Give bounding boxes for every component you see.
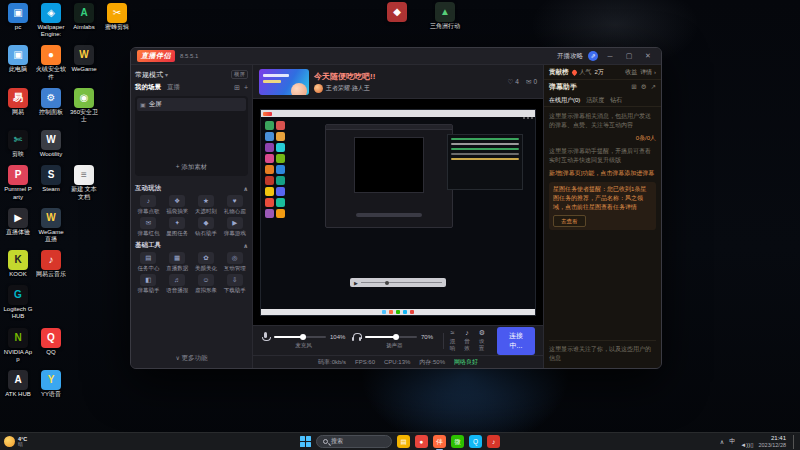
start-button[interactable] bbox=[300, 436, 311, 447]
tool-label: 星图任务 bbox=[164, 230, 191, 237]
tray-chevron-icon[interactable]: ∧ bbox=[720, 438, 724, 445]
tool-item[interactable]: ▶弹幕游戏 bbox=[221, 217, 248, 237]
view-task-button[interactable]: 去查看 bbox=[553, 215, 586, 227]
search-box[interactable]: 搜索 bbox=[316, 435, 392, 448]
taskbar-app-music[interactable]: ♪ bbox=[487, 435, 500, 448]
assistant-tab-2[interactable]: 钻石 bbox=[610, 96, 622, 105]
close-button[interactable]: ✕ bbox=[641, 52, 655, 60]
speaker-slider-knob[interactable] bbox=[393, 334, 399, 340]
microphone-icon[interactable] bbox=[261, 332, 270, 341]
desktop-icon-ghub[interactable]: GLogitech G HUB bbox=[3, 285, 33, 320]
promo-banner[interactable] bbox=[259, 69, 309, 95]
ime-indicator[interactable]: 中 bbox=[729, 437, 735, 446]
taskbar-app-live-companion[interactable]: 伴 bbox=[433, 435, 446, 448]
desktop-icon-kook[interactable]: KKOOK bbox=[3, 250, 33, 278]
scene-tab-0[interactable]: 我的场景 bbox=[135, 83, 161, 92]
desktop-icon-wootility[interactable]: WWootility bbox=[36, 130, 66, 158]
weather-widget[interactable]: ☀ 4°C 晴 bbox=[4, 436, 27, 448]
tool-item[interactable]: ✿美颜美化 bbox=[193, 252, 220, 272]
desktop-icon-wegame[interactable]: WWeGame bbox=[69, 45, 99, 80]
tool-item[interactable]: ◎互动管理 bbox=[221, 252, 248, 272]
tool-item[interactable]: ▦直播数据 bbox=[164, 252, 191, 272]
tool-item[interactable]: ✉弹幕红包 bbox=[135, 217, 162, 237]
taskbar-app-qq[interactable]: Q bbox=[469, 435, 482, 448]
add-material-button[interactable]: + 添加素材 bbox=[135, 163, 248, 172]
chevron-up-icon[interactable]: ∧ bbox=[243, 242, 248, 249]
detail-link[interactable]: 详情 › bbox=[640, 68, 656, 77]
grid-view-icon[interactable]: ⊞ bbox=[234, 84, 240, 92]
taskbar-app-browser[interactable]: ● bbox=[415, 435, 428, 448]
grid-icon[interactable]: ⊞ bbox=[631, 83, 636, 90]
mic-slider[interactable] bbox=[274, 336, 326, 338]
maximize-button[interactable]: ▢ bbox=[622, 52, 636, 60]
tool-item[interactable]: ⇩下载助手 bbox=[221, 274, 248, 294]
more-features-button[interactable]: ∨ 更多功能 bbox=[135, 352, 248, 365]
desktop-icon-huorong[interactable]: ●火绒安全软件 bbox=[36, 45, 66, 80]
volume-icon[interactable]: ◄)) bbox=[740, 442, 750, 448]
sound-effect-button[interactable]: ♪音效 bbox=[464, 329, 470, 352]
desktop-icon-netease[interactable]: 易网易 bbox=[3, 88, 33, 123]
desktop-icon-qq[interactable]: QQQ bbox=[36, 328, 66, 363]
share-icon[interactable]: ⇗ bbox=[588, 51, 598, 61]
settings-button[interactable]: ⚙设置 bbox=[479, 329, 485, 352]
assistant-tab-0[interactable]: 在线用户(0) bbox=[549, 96, 580, 105]
tool-item[interactable]: ✦星图任务 bbox=[164, 217, 191, 237]
tool-item[interactable]: ❖福袋抽奖 bbox=[164, 195, 191, 215]
desktop-icon-pummel-party[interactable]: PPummel Party bbox=[3, 165, 33, 200]
desktop-icon-bee-clip[interactable]: ✂蜜蜂剪辑 bbox=[102, 3, 132, 38]
tool-item[interactable]: ♥礼物心愿 bbox=[221, 195, 248, 215]
tool-item[interactable]: ◧弹幕助手 bbox=[135, 274, 162, 294]
tool-item[interactable]: ♪弹幕点歌 bbox=[135, 195, 162, 215]
tool-item[interactable]: ♬语音播报 bbox=[164, 274, 191, 294]
desktop-icon-aimlabs[interactable]: AAimlabs bbox=[69, 3, 99, 38]
chevron-down-icon: ∨ bbox=[175, 355, 179, 361]
desktop-icon-new-text-doc[interactable]: ≡新建 文本文档 bbox=[69, 165, 99, 200]
desktop-icon-live-trial[interactable]: ▶直播体验 bbox=[3, 208, 33, 243]
desktop-icon-control-panel[interactable]: ⚙控制面板 bbox=[36, 88, 66, 123]
guide-button[interactable]: 开播攻略 bbox=[557, 52, 583, 61]
chevron-up-icon[interactable]: ∧ bbox=[243, 185, 248, 192]
contribution-tab[interactable]: 贡献榜 bbox=[549, 68, 569, 77]
battery-icon[interactable]: ▯ bbox=[750, 442, 753, 448]
speaker-slider[interactable] bbox=[365, 336, 417, 338]
desktop-icon-wallpaper-engine[interactable]: ◈Wallpaper Engine: bbox=[36, 3, 66, 38]
desktop-icon-jianying[interactable]: ✄剪映 bbox=[3, 130, 33, 158]
tool-item[interactable]: ▤任务中心 bbox=[135, 252, 162, 272]
preview-canvas[interactable]: ▶ bbox=[253, 99, 543, 325]
desktop-icon-nvidia-app[interactable]: NNVIDIA App bbox=[3, 328, 33, 363]
desktop-icon-game-shortcut[interactable]: ◆ bbox=[380, 2, 414, 30]
mode-selector[interactable]: 常规模式 ▾ bbox=[135, 70, 168, 80]
tool-item[interactable]: ◆钻石助手 bbox=[193, 217, 220, 237]
income-tab[interactable]: 收益 bbox=[625, 68, 637, 77]
desktop-icon-netease-music[interactable]: ♪网易云音乐 bbox=[36, 250, 66, 278]
clock[interactable]: 21:41 2023/12/28 bbox=[758, 435, 786, 448]
desktop-icon-this-pc[interactable]: ▣此电脑 bbox=[3, 45, 33, 80]
mic-slider-knob[interactable] bbox=[300, 334, 306, 340]
tool-item[interactable]: ★天选时刻 bbox=[193, 195, 220, 215]
live-status-button[interactable]: 连接中... bbox=[497, 327, 535, 355]
reverb-button[interactable]: ≈混响 bbox=[450, 329, 456, 352]
taskbar-app-file-explorer[interactable]: ▤ bbox=[397, 435, 410, 448]
desktop-icon-pc[interactable]: ▣pc bbox=[3, 3, 33, 38]
captured-titlebar bbox=[261, 110, 535, 117]
taskbar-app-wechat[interactable]: 微 bbox=[451, 435, 464, 448]
desktop-icon-360-safe[interactable]: ◉360安全卫士 bbox=[69, 88, 99, 123]
gear-icon[interactable]: ⚙ bbox=[641, 83, 647, 90]
add-icon[interactable]: + bbox=[244, 84, 248, 92]
source-item-fullscreen[interactable]: ▣ 全屏 bbox=[137, 98, 246, 111]
headphones-icon[interactable] bbox=[352, 332, 361, 341]
minimize-button[interactable]: ─ bbox=[603, 53, 617, 60]
assistant-tab-1[interactable]: 活跃度 bbox=[586, 96, 604, 105]
desktop-icon-steam[interactable]: SSteam bbox=[36, 165, 66, 200]
scene-tab-1[interactable]: 直播 bbox=[167, 83, 180, 92]
desktop-icon-wegame-live[interactable]: WWeGame直播 bbox=[36, 208, 66, 243]
desktop-icon-delta-force[interactable]: ▲三角洲行动 bbox=[428, 2, 462, 30]
netease-music-icon: ♪ bbox=[41, 250, 61, 270]
expand-icon[interactable]: ↗ bbox=[651, 83, 656, 90]
desktop-icon-label: 剪映 bbox=[3, 151, 33, 158]
orientation-toggle[interactable]: 横屏 bbox=[231, 70, 248, 79]
show-desktop-button[interactable] bbox=[793, 435, 796, 449]
desktop-icon-atk-hub[interactable]: AATK HUB bbox=[3, 370, 33, 398]
tool-item[interactable]: ☺虚拟形象 bbox=[193, 274, 220, 294]
desktop-icon-yy[interactable]: YYY语音 bbox=[36, 370, 66, 398]
